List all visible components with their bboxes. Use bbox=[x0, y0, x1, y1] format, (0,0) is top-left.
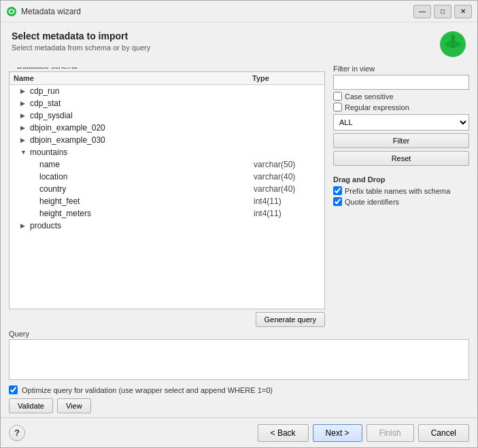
tree-row-height_feet[interactable]: height_feet int4(11) bbox=[10, 195, 324, 207]
filter-section: Filter in view Case sensitive Regular ex… bbox=[333, 65, 469, 166]
tree-row-country[interactable]: country varchar(40) bbox=[10, 183, 324, 195]
schema-section: Database schema Name Type ▶ cdp_run ▶ bbox=[9, 67, 325, 330]
close-button[interactable]: ✕ bbox=[454, 5, 472, 18]
tree-row-dbjoin_020[interactable]: ▶ dbjoin_example_020 bbox=[10, 122, 324, 134]
tree-type-height_feet: int4(11) bbox=[254, 196, 322, 206]
tree-row-mountains[interactable]: ▼ mountains bbox=[10, 146, 324, 158]
tree-type-country: varchar(40) bbox=[254, 184, 322, 194]
tree-row-cdp_stat[interactable]: ▶ cdp_stat bbox=[10, 97, 324, 109]
tree-header: Name Type bbox=[10, 72, 324, 85]
tree-label-location: location bbox=[39, 172, 254, 182]
optimize-row: Optimize query for validation (use wrapp… bbox=[1, 383, 477, 397]
quote-row: Quote identifiers bbox=[333, 197, 469, 206]
tree-label-height_feet: height_feet bbox=[39, 196, 254, 206]
prefix-checkbox[interactable] bbox=[333, 186, 342, 195]
chevron-icon-cdp_sysdial[interactable]: ▶ bbox=[20, 112, 30, 119]
optimize-checkbox[interactable] bbox=[9, 385, 18, 394]
prefix-label[interactable]: Prefix table names with schema bbox=[345, 187, 450, 195]
case-sensitive-checkbox[interactable] bbox=[333, 92, 342, 101]
generate-btn-row: Generate query bbox=[9, 309, 325, 330]
tree-row-products[interactable]: ▶ products bbox=[10, 220, 324, 232]
col-type: Type bbox=[252, 74, 320, 82]
tree-row-cdp_run[interactable]: ▶ cdp_run bbox=[10, 85, 324, 97]
regex-row: Regular expression bbox=[333, 103, 469, 111]
prefix-row: Prefix table names with schema bbox=[333, 186, 469, 195]
tree-label-cdp_sysdial: cdp_sysdial bbox=[30, 111, 254, 120]
quote-label[interactable]: Quote identifiers bbox=[345, 198, 399, 206]
quote-checkbox[interactable] bbox=[333, 197, 342, 206]
maximize-button[interactable]: □ bbox=[434, 5, 451, 18]
tree-label-height_meters: height_meters bbox=[39, 209, 254, 218]
filter-button[interactable]: Filter bbox=[333, 133, 469, 148]
generate-query-button[interactable]: Generate query bbox=[256, 312, 325, 327]
regex-label[interactable]: Regular expression bbox=[345, 103, 409, 111]
query-label: Query bbox=[9, 330, 469, 338]
validate-button[interactable]: Validate bbox=[9, 398, 53, 413]
window-controls: — □ ✕ bbox=[413, 5, 472, 18]
chevron-icon-cdp_run[interactable]: ▶ bbox=[20, 88, 30, 94]
query-box bbox=[9, 339, 469, 380]
svg-point-0 bbox=[7, 7, 16, 16]
tree-label-dbjoin_030: dbjoin_example_030 bbox=[30, 135, 254, 145]
help-button[interactable]: ? bbox=[9, 425, 25, 441]
logo bbox=[439, 31, 466, 58]
tree-row-dbjoin_030[interactable]: ▶ dbjoin_example_030 bbox=[10, 134, 324, 146]
tree-container[interactable]: Name Type ▶ cdp_run ▶ cdp_stat bbox=[9, 71, 325, 309]
regex-checkbox[interactable] bbox=[333, 103, 342, 111]
tree-row-name[interactable]: name varchar(50) bbox=[10, 158, 324, 171]
chevron-icon-mountains[interactable]: ▼ bbox=[20, 149, 30, 156]
filter-input[interactable] bbox=[333, 75, 469, 90]
finish-button[interactable]: Finish bbox=[366, 424, 414, 442]
main-window: Metadata wizard — □ ✕ Select metadata to… bbox=[0, 0, 478, 448]
tree-type-location: varchar(40) bbox=[254, 172, 322, 182]
tree-label-cdp_run: cdp_run bbox=[30, 86, 254, 96]
optimize-label[interactable]: Optimize query for validation (use wrapp… bbox=[22, 386, 273, 394]
minimize-button[interactable]: — bbox=[413, 5, 431, 18]
header-text: Select metadata to import Select metadat… bbox=[12, 31, 150, 52]
case-sensitive-row: Case sensitive bbox=[333, 92, 469, 101]
left-panel: Database schema Name Type ▶ cdp_run ▶ bbox=[9, 63, 325, 330]
title-bar: Metadata wizard — □ ✕ bbox=[1, 1, 477, 22]
filter-btn-row: Filter Reset bbox=[333, 133, 469, 166]
chevron-icon-dbjoin_020[interactable]: ▶ bbox=[20, 124, 30, 131]
main-content: Database schema Name Type ▶ cdp_run ▶ bbox=[1, 63, 477, 330]
validate-row: Validate View bbox=[1, 397, 477, 417]
tree-label-mountains: mountains bbox=[30, 148, 254, 157]
query-section: Query bbox=[1, 330, 477, 380]
bottom-left: ? bbox=[9, 425, 25, 441]
chevron-icon-cdp_stat[interactable]: ▶ bbox=[20, 100, 30, 107]
page-title: Select metadata to import bbox=[12, 31, 150, 41]
case-sensitive-label[interactable]: Case sensitive bbox=[345, 92, 394, 101]
tree-label-dbjoin_020: dbjoin_example_020 bbox=[30, 123, 254, 133]
bottom-bar: ? < Back Next > Finish Cancel bbox=[1, 417, 477, 447]
bottom-right: < Back Next > Finish Cancel bbox=[258, 424, 469, 442]
reset-button[interactable]: Reset bbox=[333, 151, 469, 166]
filter-dropdown[interactable]: ALL Tables Views Procedures bbox=[333, 114, 469, 131]
next-button[interactable]: Next > bbox=[313, 424, 362, 442]
chevron-icon-products[interactable]: ▶ bbox=[20, 222, 30, 229]
query-textarea[interactable] bbox=[10, 340, 468, 379]
tree-type-name: varchar(50) bbox=[254, 160, 322, 169]
drag-drop-label: Drag and Drop bbox=[333, 175, 469, 184]
tree-row-location[interactable]: location varchar(40) bbox=[10, 171, 324, 183]
filter-in-view-label: Filter in view bbox=[333, 65, 469, 73]
tree-label-products: products bbox=[30, 221, 254, 230]
tree-type-height_meters: int4(11) bbox=[254, 209, 322, 218]
cancel-button[interactable]: Cancel bbox=[418, 424, 469, 442]
tree-label-cdp_stat: cdp_stat bbox=[30, 99, 254, 108]
col-name: Name bbox=[14, 74, 252, 82]
page-header: Select metadata to import Select metadat… bbox=[1, 22, 477, 63]
right-panel: Filter in view Case sensitive Regular ex… bbox=[333, 63, 469, 330]
tree-label-name: name bbox=[39, 160, 254, 169]
tree-row-cdp_sysdial[interactable]: ▶ cdp_sysdial bbox=[10, 109, 324, 122]
drag-drop-section: Drag and Drop Prefix table names with sc… bbox=[333, 175, 469, 206]
app-icon bbox=[6, 6, 17, 17]
view-button[interactable]: View bbox=[57, 398, 91, 413]
window-title: Metadata wizard bbox=[21, 7, 413, 16]
back-button[interactable]: < Back bbox=[258, 424, 309, 442]
page-subtitle: Select metadata from schema or by query bbox=[12, 44, 150, 52]
chevron-icon-dbjoin_030[interactable]: ▶ bbox=[20, 137, 30, 143]
schema-section-label: Database schema bbox=[14, 67, 80, 70]
tree-label-country: country bbox=[39, 184, 254, 194]
tree-row-height_meters[interactable]: height_meters int4(11) bbox=[10, 207, 324, 220]
